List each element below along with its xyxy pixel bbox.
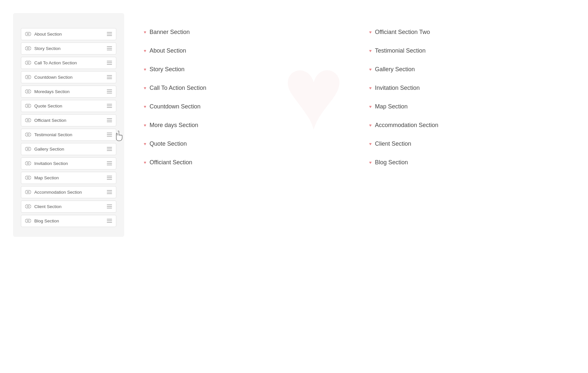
svg-point-40: [25, 147, 31, 151]
drag-icon[interactable]: [107, 218, 112, 224]
drag-icon[interactable]: [107, 31, 112, 37]
grid-label: About Section: [150, 47, 186, 54]
section-item-label: Invitation Section: [34, 161, 68, 166]
grid-label: Call To Action Section: [150, 85, 206, 91]
svg-point-0: [25, 32, 31, 36]
drag-icon[interactable]: [107, 146, 112, 152]
section-item-invitation[interactable]: Invitation Section: [21, 157, 116, 170]
heart-icon: ♥: [144, 67, 146, 72]
eye-icon: [25, 104, 31, 109]
drag-icon[interactable]: [107, 175, 112, 181]
svg-point-56: [27, 191, 29, 193]
section-item-story[interactable]: Story Section: [21, 42, 116, 55]
drag-icon[interactable]: [107, 60, 112, 66]
section-item-client[interactable]: Client Section: [21, 201, 116, 213]
grid-label: Map Section: [375, 103, 408, 110]
section-item-label: Accommodation Section: [34, 190, 82, 195]
svg-rect-42: [107, 147, 112, 148]
grid-label: Officiant Section: [150, 159, 192, 166]
section-item-cta[interactable]: Call To Action Section: [21, 57, 116, 69]
section-item-label: Quote Section: [34, 104, 62, 108]
eye-icon: [25, 190, 31, 195]
section-item-left: Client Section: [25, 204, 61, 209]
section-item-left: Moredays Section: [25, 89, 70, 94]
drag-icon[interactable]: [107, 46, 112, 51]
section-item-left: Testimonial Section: [25, 132, 72, 138]
grid-label: Quote Section: [150, 140, 187, 147]
svg-point-26: [27, 105, 29, 107]
svg-rect-68: [107, 220, 112, 221]
section-item-about[interactable]: About Section: [21, 28, 116, 40]
svg-point-65: [25, 219, 31, 223]
drag-icon[interactable]: [107, 89, 112, 94]
grid-item-col2-0: ♥ Officiant Section Two: [369, 23, 568, 41]
heart-icon: ♥: [369, 104, 372, 109]
grid-item-col1-7: ♥ Officiant Section: [144, 153, 343, 172]
section-item-quote[interactable]: Quote Section: [21, 100, 116, 112]
drag-icon[interactable]: [107, 74, 112, 80]
right-content: ♥ ♥ Banner Section ♥ Officiant Section T…: [144, 13, 568, 172]
section-item-blog[interactable]: Blog Section: [21, 215, 116, 227]
section-item-label: Moredays Section: [34, 89, 70, 94]
drag-icon[interactable]: [107, 161, 112, 166]
section-item-map[interactable]: Map Section: [21, 172, 116, 184]
drag-icon[interactable]: [107, 118, 112, 123]
drag-icon[interactable]: [107, 132, 112, 138]
grid-label: Gallery Section: [375, 66, 415, 73]
svg-rect-2: [107, 32, 112, 33]
drag-icon[interactable]: [107, 189, 112, 195]
section-item-accommodation[interactable]: Accommodation Section: [21, 186, 116, 198]
heart-icon: ♥: [144, 86, 146, 90]
grid-item-col1-1: ♥ About Section: [144, 41, 343, 60]
svg-rect-59: [107, 193, 112, 194]
svg-point-15: [25, 75, 31, 79]
heart-icon: ♥: [369, 160, 372, 165]
svg-rect-54: [107, 179, 112, 180]
section-item-moredays[interactable]: Moredays Section: [21, 86, 116, 98]
section-item-label: Countdown Section: [34, 75, 73, 80]
section-item-gallery[interactable]: Gallery Section: [21, 143, 116, 155]
section-list: About Section Story Section: [21, 28, 116, 227]
svg-rect-32: [107, 118, 112, 119]
eye-icon: [25, 132, 31, 138]
svg-rect-18: [107, 77, 112, 77]
svg-rect-57: [107, 190, 112, 191]
heart-icon: ♥: [369, 86, 372, 90]
heart-icon: ♥: [144, 123, 146, 128]
svg-rect-64: [107, 208, 112, 208]
section-item-left: Gallery Section: [25, 147, 64, 152]
svg-rect-23: [107, 91, 112, 92]
drag-icon[interactable]: [107, 204, 112, 209]
eye-icon: [25, 147, 31, 152]
eye-icon: [25, 89, 31, 94]
grid-label: More days Section: [150, 122, 198, 129]
drag-icon[interactable]: [107, 103, 112, 109]
section-item-left: About Section: [25, 32, 62, 37]
svg-point-50: [25, 176, 31, 180]
section-item-label: Story Section: [34, 46, 60, 51]
svg-rect-12: [107, 61, 112, 61]
section-item-left: Invitation Section: [25, 161, 68, 166]
svg-rect-28: [107, 105, 112, 106]
heart-icon: ♥: [369, 123, 372, 128]
grid-item-col1-4: ♥ Countdown Section: [144, 97, 343, 116]
svg-rect-47: [107, 161, 112, 162]
section-item-testimonial[interactable]: Testimonial Section: [21, 129, 116, 141]
section-item-officiant[interactable]: Officiant Section: [21, 114, 116, 126]
grid-item-col1-3: ♥ Call To Action Section: [144, 79, 343, 97]
section-item-left: Map Section: [25, 175, 59, 181]
section-item-countdown[interactable]: Countdown Section: [21, 71, 116, 83]
svg-point-61: [27, 205, 29, 207]
svg-rect-58: [107, 192, 112, 192]
svg-rect-34: [107, 122, 112, 122]
svg-rect-63: [107, 206, 112, 207]
svg-rect-19: [107, 78, 112, 79]
section-item-label: Call To Action Section: [34, 60, 77, 65]
grid-label: Invitation Section: [375, 85, 420, 91]
svg-rect-33: [107, 120, 112, 121]
grid-item-col1-6: ♥ Quote Section: [144, 135, 343, 153]
svg-point-31: [27, 119, 29, 121]
svg-point-16: [27, 76, 29, 78]
grid-label: Client Section: [375, 140, 411, 147]
grid-item-col2-3: ♥ Invitation Section: [369, 79, 568, 97]
